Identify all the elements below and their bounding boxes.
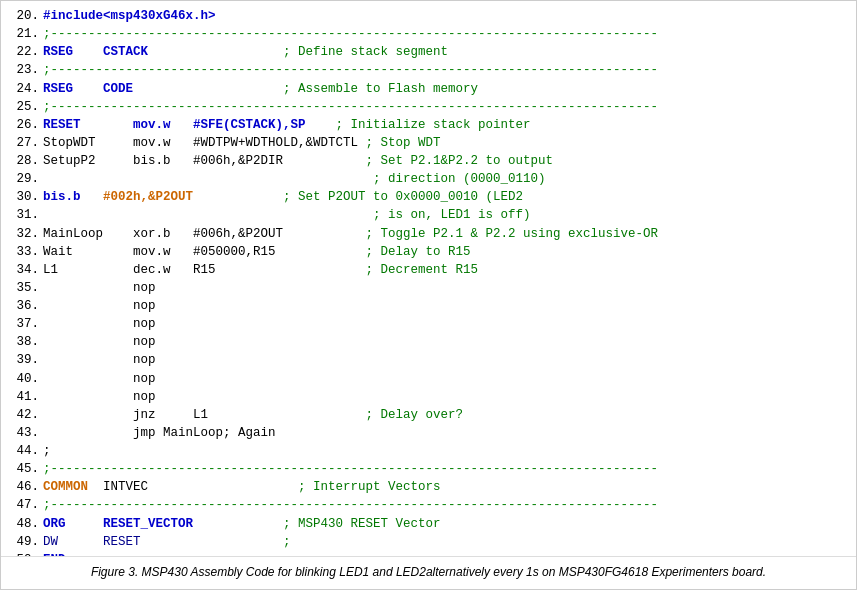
line-number: 33. — [11, 243, 39, 261]
line-number: 26. — [11, 116, 39, 134]
code-token: ; — [43, 444, 51, 458]
line-content: ;---------------------------------------… — [43, 98, 846, 116]
line-content: DW RESET ; — [43, 533, 846, 551]
line-content: ; — [43, 442, 846, 460]
code-token: #002h,&P2OUT — [103, 190, 283, 204]
line-content: bis.b #002h,&P2OUT ; Set P2OUT to 0x0000… — [43, 188, 846, 206]
code-line: 45.;------------------------------------… — [11, 460, 846, 478]
code-token: COMMON — [43, 480, 88, 494]
code-line: 29. ; direction (0000_0110) — [11, 170, 846, 188]
code-token: ; Delay over? — [366, 408, 464, 422]
line-number: 35. — [11, 279, 39, 297]
line-content: StopWDT mov.w #WDTPW+WDTHOLD,&WDTCTL ; S… — [43, 134, 846, 152]
line-number: 21. — [11, 25, 39, 43]
line-content: ;---------------------------------------… — [43, 460, 846, 478]
line-number: 49. — [11, 533, 39, 551]
code-token: ; Stop WDT — [366, 136, 441, 150]
line-content: ; direction (0000_0110) — [43, 170, 846, 188]
code-line: 27.StopWDT mov.w #WDTPW+WDTHOLD,&WDTCTL … — [11, 134, 846, 152]
line-content: ;---------------------------------------… — [43, 25, 846, 43]
code-line: 40. nop — [11, 370, 846, 388]
code-token — [43, 208, 373, 222]
code-line: 46.COMMON INTVEC ; Interrupt Vectors — [11, 478, 846, 496]
line-content: RSEG CSTACK ; Define stack segment — [43, 43, 846, 61]
code-line: 47.;------------------------------------… — [11, 496, 846, 514]
code-token: SetupP2 bis.b #006h,&P2DIR — [43, 154, 366, 168]
line-content: Wait mov.w #050000,R15 ; Delay to R15 — [43, 243, 846, 261]
code-token: ;---------------------------------------… — [43, 27, 658, 41]
line-content: nop — [43, 388, 846, 406]
line-number: 23. — [11, 61, 39, 79]
code-line: 37. nop — [11, 315, 846, 333]
line-content: ORG RESET_VECTOR ; MSP430 RESET Vector — [43, 515, 846, 533]
line-content: L1 dec.w R15 ; Decrement R15 — [43, 261, 846, 279]
code-line: 39. nop — [11, 351, 846, 369]
code-token: RSEG CODE — [43, 82, 283, 96]
line-number: 30. — [11, 188, 39, 206]
code-line: 21.;------------------------------------… — [11, 25, 846, 43]
line-number: 44. — [11, 442, 39, 460]
line-content: #include<msp430xG46x.h> — [43, 7, 846, 25]
line-number: 24. — [11, 80, 39, 98]
code-line: 41. nop — [11, 388, 846, 406]
code-token: nop — [43, 299, 156, 313]
code-line: 42. jnz L1 ; Delay over? — [11, 406, 846, 424]
code-token: Wait mov.w #050000,R15 — [43, 245, 366, 259]
code-token: ; Set P2OUT to 0x0000_0010 (LED2 — [283, 190, 523, 204]
code-line: 43. jmp MainLoop; Again — [11, 424, 846, 442]
line-number: 20. — [11, 7, 39, 25]
code-token: jmp MainLoop; Again — [43, 426, 276, 440]
code-token — [43, 172, 373, 186]
code-token: RSEG CSTACK — [43, 45, 283, 59]
code-token: ; Interrupt Vectors — [298, 480, 441, 494]
code-token: L1 dec.w R15 — [43, 263, 366, 277]
line-content: RESET mov.w #SFE(CSTACK),SP ; Initialize… — [43, 116, 846, 134]
line-content: RSEG CODE ; Assemble to Flash memory — [43, 80, 846, 98]
code-line: 25.;------------------------------------… — [11, 98, 846, 116]
code-line: 38. nop — [11, 333, 846, 351]
code-line: 49.DW RESET ; — [11, 533, 846, 551]
figure-caption: Figure 3. MSP430 Assembly Code for blink… — [1, 556, 856, 589]
code-token: ORG RESET_VECTOR — [43, 517, 283, 531]
code-line: 31. ; is on, LED1 is off) — [11, 206, 846, 224]
code-token: StopWDT mov.w #WDTPW+WDTHOLD,&WDTCTL — [43, 136, 366, 150]
code-line: 20.#include<msp430xG46x.h> — [11, 7, 846, 25]
code-token: ;---------------------------------------… — [43, 498, 658, 512]
line-content: nop — [43, 315, 846, 333]
code-line: 26.RESET mov.w #SFE(CSTACK),SP ; Initial… — [11, 116, 846, 134]
code-token: ; Assemble to Flash memory — [283, 82, 478, 96]
code-line: 30.bis.b #002h,&P2OUT ; Set P2OUT to 0x0… — [11, 188, 846, 206]
code-line: 23.;------------------------------------… — [11, 61, 846, 79]
line-number: 41. — [11, 388, 39, 406]
line-content: nop — [43, 351, 846, 369]
code-token: bis.b — [43, 190, 103, 204]
code-token: ; Define stack segment — [283, 45, 448, 59]
code-token: ;---------------------------------------… — [43, 100, 658, 114]
code-line: 44.; — [11, 442, 846, 460]
code-token: ; direction (0000_0110) — [373, 172, 546, 186]
code-token: ; MSP430 RESET Vector — [283, 517, 441, 531]
code-token: DW RESET — [43, 535, 283, 549]
line-number: 42. — [11, 406, 39, 424]
code-token: INTVEC — [88, 480, 298, 494]
line-number: 32. — [11, 225, 39, 243]
code-token: ;---------------------------------------… — [43, 462, 658, 476]
code-token: ; — [283, 535, 291, 549]
line-content: jmp MainLoop; Again — [43, 424, 846, 442]
code-line: 28.SetupP2 bis.b #006h,&P2DIR ; Set P2.1… — [11, 152, 846, 170]
line-content: MainLoop xor.b #006h,&P2OUT ; Toggle P2.… — [43, 225, 846, 243]
code-block: 20.#include<msp430xG46x.h>21.;----------… — [1, 1, 856, 556]
code-token: ; Decrement R15 — [366, 263, 479, 277]
code-line: 48.ORG RESET_VECTOR ; MSP430 RESET Vecto… — [11, 515, 846, 533]
code-token: nop — [43, 335, 156, 349]
line-content: SetupP2 bis.b #006h,&P2DIR ; Set P2.1&P2… — [43, 152, 846, 170]
code-token: nop — [43, 390, 156, 404]
line-number: 38. — [11, 333, 39, 351]
line-content: nop — [43, 370, 846, 388]
line-number: 27. — [11, 134, 39, 152]
line-number: 28. — [11, 152, 39, 170]
line-number: 47. — [11, 496, 39, 514]
line-number: 40. — [11, 370, 39, 388]
code-token: ; is on, LED1 is off) — [373, 208, 531, 222]
line-number: 45. — [11, 460, 39, 478]
